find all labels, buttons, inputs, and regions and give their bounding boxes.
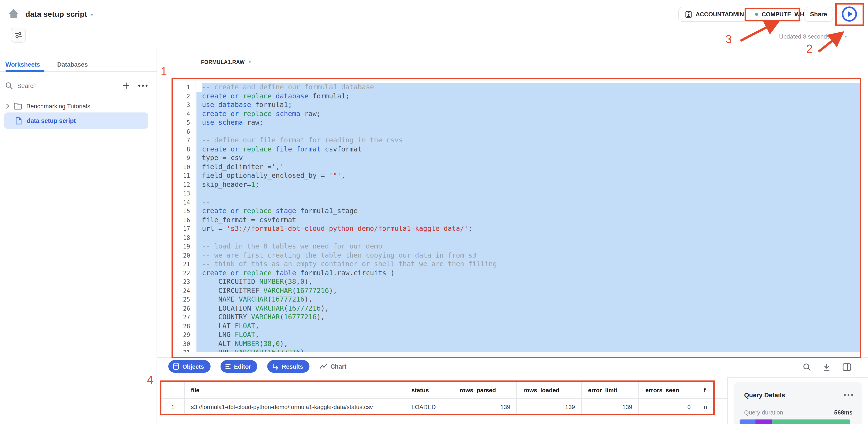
- sql-editor[interactable]: -- create and define our formula1 databa…: [196, 79, 860, 352]
- code-line: -- create and define our formula1 databa…: [202, 83, 860, 92]
- line-number: 22: [172, 269, 195, 278]
- code-line: use schema raw;: [196, 118, 860, 127]
- column-header-errors_seen: errors_seen: [639, 382, 697, 398]
- query-duration-label: Query duration: [744, 409, 783, 416]
- query-duration-value: 568ms: [834, 409, 852, 416]
- sidebar-more-button[interactable]: [138, 84, 148, 87]
- line-number: 15: [172, 207, 195, 216]
- download-icon[interactable]: [823, 363, 830, 371]
- column-header-rows_loaded: rows_loaded: [517, 382, 582, 398]
- query-duration-bar: [740, 420, 850, 424]
- run-button[interactable]: [841, 6, 858, 22]
- code-line: LOCATION VARCHAR(16777216),: [196, 304, 860, 313]
- code-line: CIRCUITID NUMBER(38,0),: [196, 278, 860, 286]
- results-actions: [803, 363, 851, 371]
- search-icon: [5, 82, 13, 89]
- code-line: LAT FLOAT,: [196, 322, 860, 331]
- worksheet-doc-icon: [16, 117, 22, 125]
- context-selector[interactable]: FORMULA1.RAW ▾: [201, 59, 251, 65]
- code-line: [196, 189, 860, 198]
- line-number: 21: [172, 260, 195, 269]
- worksheet-title-menu[interactable]: data setup script ▾: [25, 10, 93, 19]
- chevron-down-icon: ▾: [249, 60, 251, 64]
- home-button[interactable]: [8, 9, 19, 19]
- chevron-down-icon: ▾: [91, 12, 93, 17]
- editor-hscrollbar[interactable]: [173, 352, 860, 357]
- line-number: 6: [172, 127, 195, 136]
- code-line: [196, 233, 860, 242]
- code-line: ALT NUMBER(38,0),: [196, 339, 860, 348]
- tab-worksheets[interactable]: Worksheets: [5, 61, 40, 68]
- play-icon: [848, 11, 852, 17]
- editor-lines-icon: [225, 364, 231, 369]
- warehouse-status-dot: [755, 13, 758, 16]
- line-number: 16: [172, 216, 195, 225]
- code-line: --: [196, 198, 860, 207]
- code-line: create or replace table formula1.raw.cir…: [196, 269, 860, 278]
- updated-text: Updated 8 seconds ago: [779, 33, 841, 40]
- sidebar-folder-benchmarking-tutorials[interactable]: Benchmarking Tutorials: [5, 101, 151, 111]
- search-results-icon[interactable]: [803, 363, 811, 371]
- duration-bar-segment: [772, 420, 850, 424]
- line-number: 25: [172, 295, 195, 304]
- panel-toggle-toolbar: Objects Editor Results Chart: [168, 360, 346, 373]
- code-line: -- think of this as an empty container o…: [196, 260, 860, 269]
- toggle-objects-button[interactable]: Objects: [168, 360, 210, 373]
- code-line: LNG FLOAT,: [196, 331, 860, 339]
- sidebar-item-label: data setup script: [27, 117, 76, 124]
- new-worksheet-button[interactable]: [122, 81, 130, 90]
- toggle-results-button[interactable]: Results: [268, 360, 310, 373]
- table-row[interactable]: 1s3://formula1-dbt-cloud-python-demo/for…: [161, 398, 727, 415]
- toggle-editor-button[interactable]: Editor: [220, 360, 257, 373]
- sidebar-item-data-setup-script[interactable]: data setup script: [4, 112, 148, 129]
- toggle-objects-label: Objects: [182, 363, 204, 370]
- line-number: 12: [172, 180, 195, 189]
- line-number: 5: [172, 118, 195, 127]
- line-number: 19: [172, 242, 195, 251]
- annotation-label-2: 2: [806, 42, 813, 55]
- tab-databases[interactable]: Databases: [57, 61, 88, 68]
- line-number: 9: [172, 154, 195, 163]
- worksheet-filters-button[interactable]: [11, 28, 26, 43]
- annotation-label-3: 3: [725, 33, 732, 46]
- chevron-down-icon: ▾: [845, 34, 847, 39]
- search-input[interactable]: Search: [5, 82, 37, 89]
- duration-bar-segment: [740, 420, 755, 424]
- query-details-card: Query Details Query duration 568ms: [734, 382, 862, 424]
- share-button[interactable]: Share: [804, 7, 833, 22]
- sidebar-divider: [157, 47, 157, 424]
- code-line: URL VARCHAR(16777216),: [196, 348, 860, 352]
- column-header-f: f: [697, 382, 727, 398]
- line-number: 20: [172, 251, 195, 260]
- query-details-more-button[interactable]: [843, 394, 854, 396]
- code-line: create or replace file format csvformat: [196, 145, 860, 154]
- tab-chart[interactable]: Chart: [319, 363, 346, 370]
- line-number: 7: [172, 136, 195, 145]
- code-line: [196, 127, 860, 136]
- updated-status-menu[interactable]: Updated 8 seconds ago ▾: [779, 33, 847, 40]
- warehouse-selector[interactable]: COMPUTE_WH: [750, 11, 809, 18]
- code-line: create or replace stage formula1_stage: [196, 207, 860, 216]
- duration-bar-segment: [755, 420, 772, 424]
- line-number: 10: [172, 163, 195, 171]
- active-tab-underline: [5, 70, 44, 72]
- code-line: field_optionally_enclosed_by = '"',: [196, 171, 860, 180]
- warehouse-label: COMPUTE_WH: [762, 11, 804, 18]
- ellipsis-icon: [843, 394, 854, 396]
- role-selector[interactable]: ACCOUNTADMIN: [679, 11, 750, 18]
- folder-label: Benchmarking Tutorials: [26, 103, 90, 109]
- line-number: 28: [172, 322, 195, 331]
- code-line: file_format = csvformat: [196, 216, 860, 225]
- code-line: -- define our file format for reading in…: [196, 136, 860, 145]
- ellipsis-icon: [138, 84, 148, 87]
- database-icon: [173, 363, 179, 370]
- toggle-results-label: Results: [282, 363, 303, 370]
- split-view-icon[interactable]: [843, 363, 851, 371]
- code-line: NAME VARCHAR(16777216),: [196, 295, 860, 304]
- line-number: 2: [172, 92, 195, 101]
- plus-icon: [122, 81, 130, 90]
- line-number: 23: [172, 278, 195, 286]
- code-line: skip_header=1;: [196, 180, 860, 189]
- column-header-status: status: [405, 382, 453, 398]
- code-line: create or replace schema raw;: [196, 109, 860, 118]
